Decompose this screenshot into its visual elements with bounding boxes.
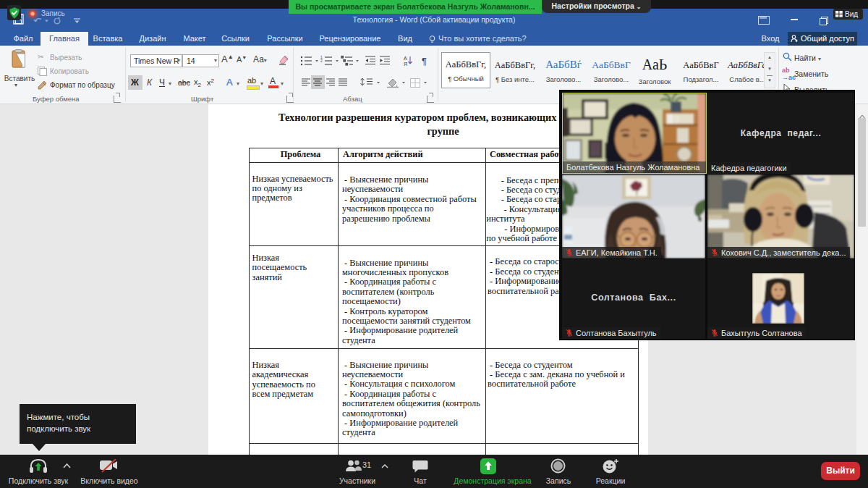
svg-text:2: 2 [320, 59, 323, 63]
svg-text:А: А [404, 56, 407, 61]
svg-text:¶: ¶ [422, 56, 427, 67]
svg-text:Я: Я [404, 62, 407, 67]
